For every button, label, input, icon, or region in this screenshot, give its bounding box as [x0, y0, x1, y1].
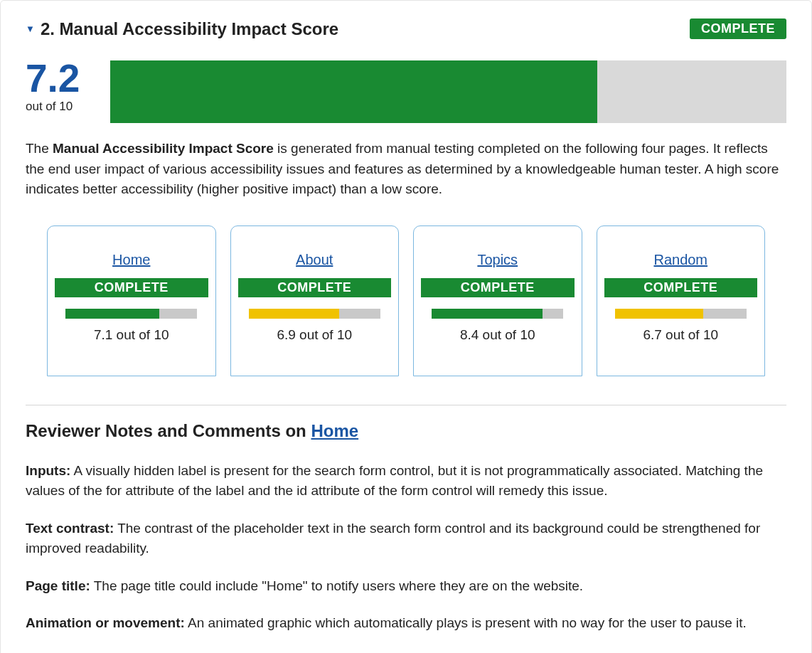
- section-title-toggle[interactable]: ▼ 2. Manual Accessibility Impact Score: [26, 19, 338, 39]
- note-label: Inputs:: [26, 463, 70, 478]
- page-link[interactable]: Random: [653, 252, 707, 268]
- page-score-text: 8.4 out of 10: [421, 327, 575, 343]
- page-score-card: AboutCOMPLETE6.9 out of 10: [230, 225, 400, 376]
- page-score-bar: [65, 309, 197, 319]
- notes-heading-link[interactable]: Home: [311, 421, 358, 440]
- page-status-badge: COMPLETE: [55, 278, 208, 297]
- notes-heading-prefix: Reviewer Notes and Comments on: [26, 421, 311, 440]
- page-score-text: 7.1 out of 10: [55, 327, 208, 343]
- note-text: A visually hidden label is present for t…: [26, 463, 763, 499]
- section-header: ▼ 2. Manual Accessibility Impact Score C…: [26, 18, 786, 39]
- overall-score-bar-fill: [110, 60, 597, 123]
- page-score-bar-fill: [249, 309, 340, 319]
- page-score-text: 6.7 out of 10: [604, 327, 758, 343]
- status-badge: COMPLETE: [690, 18, 786, 39]
- overall-score-block: 7.2 out of 10: [26, 59, 93, 114]
- page-cards-row: HomeCOMPLETE7.1 out of 10AboutCOMPLETE6.…: [26, 225, 786, 376]
- page-score-card: RandomCOMPLETE6.7 out of 10: [597, 225, 766, 376]
- note-item: Page title: The page title could include…: [26, 576, 786, 597]
- notes-list: Inputs: A visually hidden label is prese…: [26, 461, 786, 654]
- overall-score-row: 7.2 out of 10: [26, 59, 786, 123]
- overall-score-outof: out of 10: [26, 100, 93, 114]
- note-item: Keyboard focus indicators: Keyboard focu…: [26, 651, 786, 654]
- page-score-bar: [249, 309, 380, 319]
- desc-prefix: The: [26, 141, 53, 156]
- note-label: Text contrast:: [26, 521, 114, 536]
- note-label: Animation or movement:: [26, 615, 185, 630]
- divider: [26, 405, 786, 405]
- page-score-text: 6.9 out of 10: [238, 327, 392, 343]
- note-item: Inputs: A visually hidden label is prese…: [26, 461, 786, 501]
- section-description: The Manual Accessibility Impact Score is…: [26, 139, 786, 200]
- overall-score-value: 7.2: [26, 59, 93, 98]
- report-panel: ▼ 2. Manual Accessibility Impact Score C…: [0, 0, 812, 653]
- note-text: An animated graphic which automatically …: [185, 615, 747, 630]
- overall-score-bar: [110, 60, 786, 123]
- page-score-card: HomeCOMPLETE7.1 out of 10: [47, 225, 216, 376]
- desc-term: Manual Accessibility Impact Score: [53, 141, 274, 156]
- page-score-bar: [615, 309, 747, 319]
- page-score-card: TopicsCOMPLETE8.4 out of 10: [413, 225, 582, 376]
- note-text: The page title could include "Home" to n…: [90, 578, 583, 593]
- notes-heading: Reviewer Notes and Comments on Home: [26, 421, 786, 441]
- disclosure-triangle-icon: ▼: [26, 23, 35, 34]
- page-score-bar-fill: [615, 309, 703, 319]
- page-status-badge: COMPLETE: [604, 278, 758, 297]
- note-item: Animation or movement: An animated graph…: [26, 613, 786, 634]
- page-status-badge: COMPLETE: [238, 278, 392, 297]
- note-item: Text contrast: The contrast of the place…: [26, 519, 786, 559]
- page-link[interactable]: Topics: [477, 252, 518, 268]
- note-text: The contrast of the placeholder text in …: [26, 521, 760, 556]
- page-score-bar-fill: [65, 309, 159, 319]
- page-link[interactable]: About: [296, 252, 333, 268]
- page-score-bar-fill: [432, 309, 543, 319]
- page-link[interactable]: Home: [112, 252, 150, 268]
- note-label: Page title:: [26, 578, 90, 593]
- section-title-text: 2. Manual Accessibility Impact Score: [41, 19, 338, 39]
- page-score-bar: [432, 309, 563, 319]
- page-status-badge: COMPLETE: [421, 278, 575, 297]
